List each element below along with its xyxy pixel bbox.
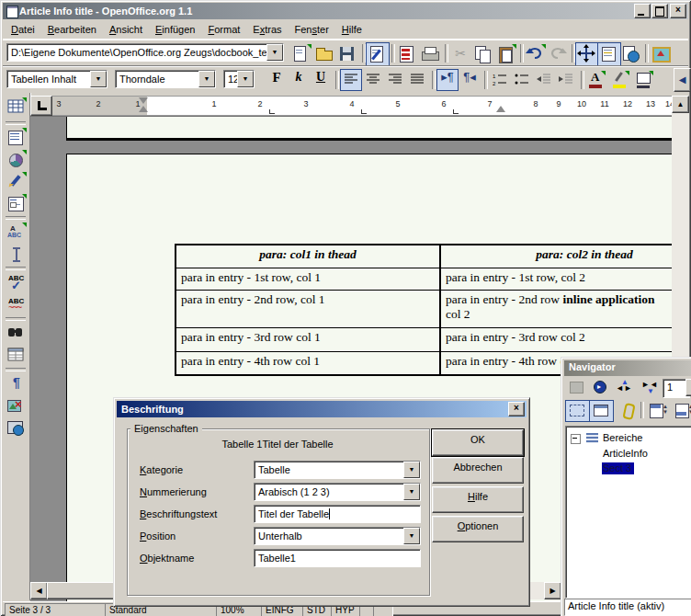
- online-layout-button[interactable]: [5, 416, 28, 440]
- numbered-list-button[interactable]: 12: [489, 69, 511, 91]
- ok-button[interactable]: OK: [432, 429, 524, 456]
- auto-spellcheck-button[interactable]: ABC~~~: [5, 293, 28, 317]
- font-size-combobox[interactable]: 12▼: [223, 70, 255, 88]
- minimize-button[interactable]: [634, 4, 651, 18]
- next-button[interactable]: ►◄▼: [639, 378, 663, 398]
- highlight-button[interactable]: [609, 69, 631, 91]
- menu-item-hilfe[interactable]: Hilfe: [335, 22, 368, 37]
- spellcheck-button[interactable]: ABC✓: [5, 271, 28, 295]
- options-button[interactable]: Optionen: [432, 516, 524, 542]
- navigator-window[interactable]: Navigator ▸ ▲◄► ►◄▼ 1 ▲▼ ▲▼ Bereiche Art…: [561, 357, 691, 616]
- autotext-button[interactable]: AABC: [5, 221, 28, 245]
- redo-button[interactable]: [547, 42, 571, 66]
- ruler[interactable]: 3211234567891011121314: [52, 96, 673, 116]
- draw-functions-button[interactable]: [5, 170, 28, 194]
- tree-item-sect3-selected[interactable]: Sect 3: [602, 462, 634, 474]
- previous-button[interactable]: ▲◄►: [613, 378, 637, 398]
- url-combobox[interactable]: D:\Eigene Dokumente\OpenOffice.org Zeugs…: [6, 43, 284, 62]
- bullet-list-button[interactable]: [511, 69, 533, 91]
- graphics-toggle-button[interactable]: ×: [5, 394, 28, 418]
- nummerierung-dropdown-button[interactable]: ▼: [403, 484, 420, 500]
- scroll-left-button[interactable]: ◀: [30, 582, 48, 599]
- undo-button[interactable]: [524, 42, 548, 66]
- font-color-button[interactable]: A: [585, 69, 607, 91]
- scroll-right-button[interactable]: ▶: [544, 582, 561, 599]
- tree-expander[interactable]: [571, 434, 581, 444]
- align-left-button[interactable]: [340, 69, 362, 91]
- nonprinting-characters-button[interactable]: ¶: [5, 372, 28, 396]
- tree-item-bereiche[interactable]: Bereiche: [603, 432, 642, 443]
- decrease-indent-button[interactable]: [533, 69, 555, 91]
- underline-button[interactable]: U: [310, 69, 332, 91]
- form-functions-button[interactable]: [5, 192, 28, 216]
- right-indent-marker[interactable]: [496, 106, 505, 112]
- navigation-button[interactable]: ▸: [589, 378, 613, 398]
- style-dropdown-button[interactable]: ▼: [90, 71, 107, 87]
- font-dropdown-button[interactable]: ▼: [198, 71, 215, 87]
- toolbar-more-button[interactable]: ◀: [674, 68, 691, 92]
- beschriftungstext-input[interactable]: Titel der Tabelle: [254, 505, 421, 523]
- dialog-title-bar[interactable]: Beschriftung ×: [117, 401, 527, 417]
- print-button[interactable]: [418, 42, 442, 66]
- menu-item-fenster[interactable]: Fenster: [289, 22, 335, 37]
- align-center-button[interactable]: [362, 69, 384, 91]
- url-dropdown-button[interactable]: ▼: [266, 44, 283, 61]
- nummerierung-combobox[interactable]: Arabisch (1 2 3)▼: [254, 483, 421, 501]
- save-button[interactable]: [335, 42, 359, 66]
- kategorie-dropdown-button[interactable]: ▼: [403, 462, 420, 478]
- set-reminder-button[interactable]: [617, 400, 640, 422]
- size-dropdown-button[interactable]: ▼: [237, 71, 254, 87]
- footer-button[interactable]: ▲▼: [672, 400, 691, 422]
- insert-object-button[interactable]: [5, 148, 28, 172]
- align-right-button[interactable]: [384, 69, 406, 91]
- page-spinner-buttons[interactable]: [685, 379, 691, 396]
- open-button[interactable]: [312, 42, 336, 66]
- header-button[interactable]: ▲▼: [646, 400, 672, 422]
- cut-button[interactable]: ✂: [448, 42, 472, 66]
- italic-button[interactable]: k: [288, 69, 310, 91]
- align-justify-button[interactable]: [406, 69, 428, 91]
- kategorie-combobox[interactable]: Tabelle▼: [254, 461, 421, 479]
- insert-button[interactable]: [5, 96, 28, 120]
- position-combobox[interactable]: Unterhalb▼: [254, 527, 421, 545]
- menu-item-datei[interactable]: Datei: [5, 22, 41, 37]
- background-color-button[interactable]: [633, 69, 655, 91]
- caption-dialog[interactable]: Beschriftung × Eigenschaften Tabelle 1Ti…: [113, 397, 530, 607]
- export-pdf-button[interactable]: [395, 42, 419, 66]
- paste-button[interactable]: [494, 42, 518, 66]
- cancel-button[interactable]: Abbrechen: [432, 457, 524, 484]
- menu-item-bearbeiten[interactable]: Bearbeiten: [41, 22, 103, 37]
- dialog-close-button[interactable]: ×: [508, 402, 525, 416]
- new-document-button[interactable]: [289, 42, 313, 66]
- menu-item-einfuegen[interactable]: Einfügen: [149, 22, 201, 37]
- objektname-input[interactable]: Tabelle1: [254, 549, 421, 567]
- scroll-up-button[interactable]: ▲: [672, 96, 689, 113]
- stylist-toggle-button[interactable]: [597, 42, 621, 66]
- title-bar[interactable]: Article Info title - OpenOffice.org 1.1 …: [3, 3, 688, 19]
- find-replace-button[interactable]: [5, 322, 28, 346]
- menu-item-format[interactable]: Format: [201, 22, 246, 37]
- text-direction-ltr-button[interactable]: ▸¶: [436, 69, 459, 91]
- drag-mode-button[interactable]: [565, 400, 590, 422]
- data-sources-button[interactable]: [5, 344, 28, 368]
- navigator-toggle-button[interactable]: [575, 42, 599, 66]
- bold-button[interactable]: F: [266, 69, 288, 91]
- position-dropdown-button[interactable]: ▼: [403, 528, 420, 544]
- menu-item-extras[interactable]: Extras: [246, 22, 288, 37]
- font-name-combobox[interactable]: Thorndale▼: [115, 70, 216, 88]
- increase-indent-button[interactable]: [555, 69, 577, 91]
- maximize-button[interactable]: [651, 4, 668, 18]
- navigator-toggle-listbox-button[interactable]: [565, 378, 589, 398]
- edit-file-button[interactable]: [366, 42, 390, 66]
- menu-item-ansicht[interactable]: Ansicht: [103, 22, 149, 37]
- content-view-button[interactable]: [589, 400, 614, 422]
- tree-item-articleinfo[interactable]: ArticleInfo: [603, 448, 648, 459]
- direct-cursor-button[interactable]: [5, 243, 28, 267]
- hyperlink-dialog-button[interactable]: [619, 42, 643, 66]
- url-input[interactable]: D:\Eigene Dokumente\OpenOffice.org Zeugs…: [6, 43, 284, 62]
- ruler-corner-tab[interactable]: [30, 96, 52, 116]
- text-direction-rtl-button[interactable]: ¶◂: [459, 69, 481, 91]
- paragraph-style-combobox[interactable]: Tabellen Inhalt▼: [6, 70, 108, 88]
- gallery-button[interactable]: [649, 42, 673, 66]
- copy-button[interactable]: [471, 42, 495, 66]
